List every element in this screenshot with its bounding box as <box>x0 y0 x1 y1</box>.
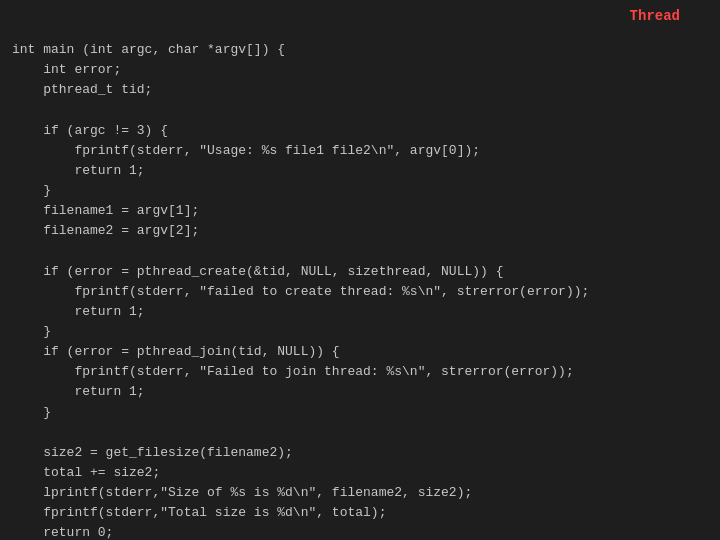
code-line: return 0; <box>12 523 708 540</box>
code-block: int main (int argc, char *argv[]) { int … <box>12 40 708 540</box>
code-line: } <box>12 403 708 423</box>
code-line: } <box>12 181 708 201</box>
code-line: size2 = get_filesize(filename2); <box>12 443 708 463</box>
code-line: if (error = pthread_create(&tid, NULL, s… <box>12 262 708 282</box>
code-line: pthread_t tid; <box>12 80 708 100</box>
code-line <box>12 241 708 261</box>
code-line: lprintf(stderr,"Size of %s is %d\n", fil… <box>12 483 708 503</box>
code-line: return 1; <box>12 161 708 181</box>
code-line: if (argc != 3) { <box>12 121 708 141</box>
code-line <box>12 100 708 120</box>
thread-label: Thread <box>630 8 680 24</box>
code-line <box>12 423 708 443</box>
code-line: return 1; <box>12 382 708 402</box>
code-line: fprintf(stderr, "Usage: %s file1 file2\n… <box>12 141 708 161</box>
code-line: } <box>12 322 708 342</box>
code-line: fprintf(stderr, "Failed to join thread: … <box>12 362 708 382</box>
code-line: filename1 = argv[1]; <box>12 201 708 221</box>
code-line: if (error = pthread_join(tid, NULL)) { <box>12 342 708 362</box>
code-line: filename2 = argv[2]; <box>12 221 708 241</box>
code-line: total += size2; <box>12 463 708 483</box>
main-container: Thread int main (int argc, char *argv[])… <box>0 0 720 540</box>
code-line: fprintf(stderr, "failed to create thread… <box>12 282 708 302</box>
code-line: return 1; <box>12 302 708 322</box>
code-line: int main (int argc, char *argv[]) { <box>12 40 708 60</box>
code-line: fprintf(stderr,"Total size is %d\n", tot… <box>12 503 708 523</box>
code-line: int error; <box>12 60 708 80</box>
